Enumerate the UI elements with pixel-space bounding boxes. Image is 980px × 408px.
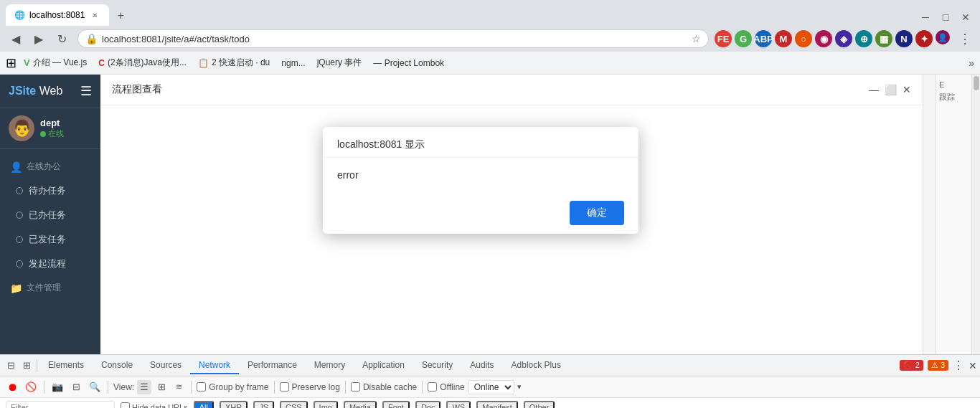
file-mgmt-icon: 📁 [10,283,22,294]
avatar-image: 👨 [12,119,32,138]
clear-button[interactable]: 🚫 [23,379,39,395]
scroll-thumb[interactable] [974,76,979,90]
browser-tab-bar: 🌐 localhost:8081 ✕ + ─ □ ✕ [0,0,980,26]
devtools-tab-adblock[interactable]: Adblock Plus [503,357,570,374]
app-scrollbar[interactable] [971,75,980,354]
sidebar-item-pending-tasks[interactable]: 待办任务 [0,179,100,203]
ext-icon-p[interactable]: ◈ [835,30,852,47]
filter-all-btn[interactable]: All [194,401,214,409]
grid-view-button[interactable]: ⊞ [154,380,169,394]
bookmark-quickstart[interactable]: 📋 2 快速启动 · du [194,55,274,70]
filter-input[interactable] [6,401,115,409]
ext-icon-g[interactable]: G [735,30,752,47]
right-panel [923,75,936,354]
close-btn[interactable]: ✕ [903,84,911,95]
offline-checkbox[interactable] [428,382,437,392]
reload-button[interactable]: ↻ [52,29,72,49]
hamburger-menu[interactable]: ☰ [80,83,92,99]
devtools-more-icon[interactable]: ⋮ [953,359,964,372]
bookmark-jquery[interactable]: jQuery 事件 [313,55,367,70]
filter-other-btn[interactable]: Other [524,401,555,409]
bookmark-lombok[interactable]: — Project Lombok [369,57,448,70]
tab-close-btn[interactable]: ✕ [89,9,100,21]
filter-doc-btn[interactable]: Doc [415,401,441,409]
address-bar[interactable]: 🔒 localhost:8081/jsite/a#/act/task/todo … [77,29,709,48]
devtools-tab-network[interactable]: Network [190,357,239,374]
filter-xhr-btn[interactable]: XHR [220,401,248,409]
sidebar-item-start-flow[interactable]: 发起流程 [0,252,100,276]
bookmark-java[interactable]: C (2条消息)Java使用... [94,55,191,70]
filter-css-btn[interactable]: CSS [280,401,308,409]
search-button[interactable]: 🔍 [87,379,103,395]
ext-icon-o[interactable]: ○ [795,30,812,47]
sidebar-item-file-mgmt[interactable]: 📁 文件管理 [0,276,100,300]
devtools-tab-memory[interactable]: Memory [306,357,354,374]
new-tab-button[interactable]: + [110,6,131,26]
separator [37,359,37,372]
filter-js-btn[interactable]: JS [253,401,274,409]
devtools-tab-elements[interactable]: Elements [39,357,93,374]
devtools-tab-console[interactable]: Console [93,357,141,374]
maximize-btn[interactable]: ⬜ [885,84,897,95]
maximize-window[interactable]: □ [937,9,954,26]
hide-data-urls-label: Hide data URLs [121,402,188,408]
sidebar-item-done-tasks[interactable]: 已办任务 [0,203,100,227]
tab-favicon: 🌐 [14,10,25,20]
ext-icon-fe[interactable]: FE [715,30,732,47]
sidebar-item-online-office[interactable]: 👤 在线办公 [0,155,100,179]
devtools-close-icon[interactable]: ✕ [969,360,977,371]
warn-badge: ⚠ 3 [928,360,948,371]
filter-font-btn[interactable]: Font [382,401,410,409]
bookmark-ngm[interactable]: ngm... [277,57,309,70]
throttle-selector[interactable]: Online [468,380,514,394]
ext-icon-t[interactable]: ⊕ [855,30,872,47]
filter-toggle-button[interactable]: ⊟ [68,379,84,395]
ext-icon-adblock[interactable]: ABP [755,30,772,47]
devtools-tab-security[interactable]: Security [413,357,461,374]
devtools-detach-icon[interactable]: ⊞ [19,358,34,374]
devtools-tab-application[interactable]: Application [354,357,413,374]
ext-icon-x[interactable]: ✦ [915,30,933,47]
browser-tab-active[interactable]: 🌐 localhost:8081 ✕ [6,4,109,26]
group-by-frame-checkbox[interactable] [197,382,206,392]
bookmark-star-icon[interactable]: ☆ [692,33,701,44]
hide-data-urls-checkbox[interactable] [121,402,130,408]
filter-manifest-btn[interactable]: Manifest [476,401,518,409]
close-window[interactable]: ✕ [957,9,974,26]
devtools-dock-icon[interactable]: ⊟ [3,358,19,374]
devtools-tab-sources[interactable]: Sources [141,357,190,374]
list-view-button[interactable]: ☰ [137,380,151,394]
sidebar-item-sent-tasks[interactable]: 已发任务 [0,227,100,252]
ext-icon-n[interactable]: N [895,30,913,47]
waterfall-view-button[interactable]: ≋ [171,380,186,394]
filter-ws-btn[interactable]: WS [446,401,471,409]
record-button[interactable]: ⏺ [4,379,20,395]
tab-label: Application [362,360,405,370]
minimize-window[interactable]: ─ [917,9,934,26]
window-controls: ─ □ ✕ [917,9,974,26]
preserve-log-checkbox[interactable] [280,382,289,392]
forward-button[interactable]: ▶ [29,29,49,49]
ext-icon-r[interactable]: ◉ [815,30,832,47]
user-avatar-icon[interactable]: 👤 [936,30,950,44]
nav-section: 👤 在线办公 待办任务 已办任务 已发任务 发起流程 📁 文件管理 [0,149,100,305]
bookmark-vuejs[interactable]: V 介绍 — Vue.js [19,55,91,70]
minimize-btn[interactable]: — [869,84,879,95]
bookmarks-more-icon[interactable]: » [969,57,974,69]
dialog-footer: 确定 [323,192,639,234]
ext-icon-s[interactable]: ▦ [875,30,892,47]
screenshot-button[interactable]: 📷 [50,379,65,395]
confirm-button[interactable]: 确定 [570,201,624,225]
back-button[interactable]: ◀ [6,29,26,49]
filter-img-btn[interactable]: Img [314,401,338,409]
devtools-tab-performance[interactable]: Performance [239,357,306,374]
apps-icon[interactable]: ⊞ [6,55,17,71]
dropdown-arrow-icon[interactable]: ▾ [517,382,522,392]
more-options-icon[interactable]: ⋮ [956,31,974,47]
ext-icon-m[interactable]: M [775,30,792,47]
bookmark-label: 2 快速启动 · du [212,57,270,69]
devtools-tab-audits[interactable]: Audits [461,357,502,374]
logo-text: JSite [9,85,36,97]
filter-media-btn[interactable]: Media [344,401,377,409]
disable-cache-checkbox[interactable] [351,382,360,392]
